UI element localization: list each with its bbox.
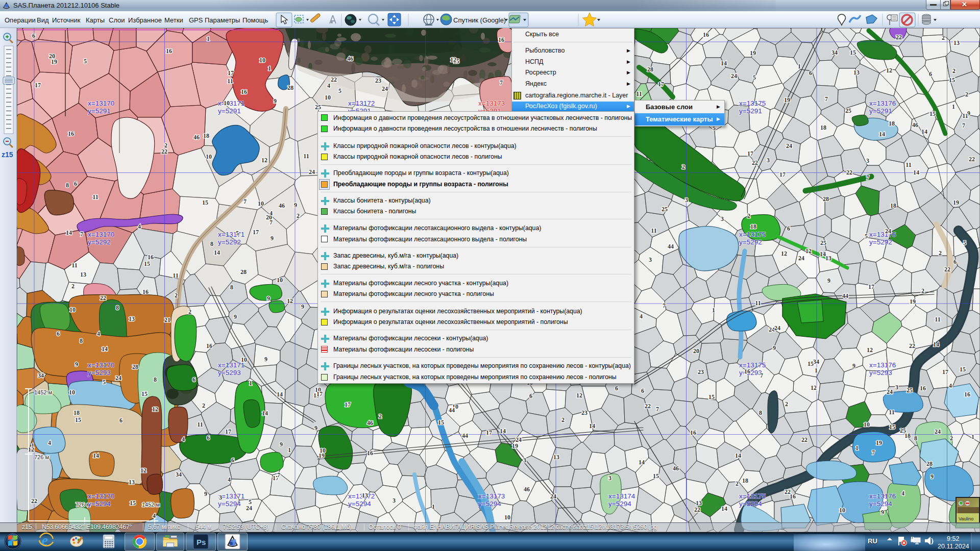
svg-text:22: 22: [944, 266, 950, 273]
svg-text:20: 20: [49, 53, 55, 60]
svg-text:2: 2: [379, 413, 382, 420]
svg-text:15: 15: [653, 472, 659, 480]
svg-text:y=5291: y=5291: [218, 107, 241, 115]
svg-text:9: 9: [773, 344, 776, 352]
svg-text:46: 46: [673, 465, 679, 472]
svg-text:16: 16: [148, 254, 154, 261]
svg-text:10: 10: [69, 306, 76, 313]
svg-text:28: 28: [926, 460, 933, 467]
svg-text:726 м: 726 м: [34, 454, 49, 460]
svg-text:11: 11: [755, 299, 761, 307]
svg-text:46: 46: [279, 202, 285, 209]
svg-text:16: 16: [241, 88, 247, 95]
svg-text:14: 14: [639, 459, 645, 466]
svg-text:10: 10: [259, 57, 265, 64]
svg-text:8: 8: [80, 337, 83, 344]
svg-text:15: 15: [438, 419, 444, 426]
svg-text:15: 15: [929, 110, 936, 117]
svg-text:5: 5: [753, 74, 756, 81]
svg-text:22: 22: [785, 488, 791, 495]
svg-text:1: 1: [288, 446, 291, 454]
svg-text:x=13176: x=13176: [869, 99, 896, 107]
svg-text:46: 46: [193, 134, 200, 141]
svg-text:12: 12: [886, 67, 892, 74]
svg-text:y=5294: y=5294: [348, 500, 371, 508]
svg-text:11: 11: [889, 409, 894, 416]
svg-text:11: 11: [92, 193, 98, 201]
svg-text:12: 12: [28, 446, 34, 453]
svg-text:x=13175: x=13175: [739, 231, 766, 238]
svg-text:8: 8: [759, 409, 762, 416]
svg-text:19: 19: [750, 49, 756, 57]
svg-text:23: 23: [375, 77, 381, 84]
svg-text:8: 8: [116, 304, 119, 311]
svg-text:18: 18: [750, 223, 756, 230]
svg-text:6: 6: [192, 376, 195, 383]
svg-text:14: 14: [921, 128, 927, 135]
svg-text:7: 7: [962, 122, 965, 129]
svg-text:16: 16: [690, 429, 696, 436]
svg-text:22: 22: [752, 159, 758, 166]
svg-text:2: 2: [561, 416, 565, 423]
svg-text:16: 16: [166, 47, 172, 55]
svg-text:4: 4: [327, 82, 330, 89]
svg-text:13: 13: [696, 499, 702, 507]
svg-text:Ps: Ps: [197, 538, 206, 546]
svg-text:22: 22: [100, 294, 106, 302]
svg-text:14: 14: [913, 169, 919, 176]
svg-text:22: 22: [331, 76, 337, 83]
svg-text:12: 12: [152, 406, 158, 413]
svg-text:13: 13: [362, 492, 368, 499]
svg-text:22: 22: [896, 34, 902, 41]
svg-text:y=5292: y=5292: [739, 238, 762, 246]
svg-text:44: 44: [842, 292, 848, 299]
svg-text:x=13171: x=13171: [218, 99, 244, 107]
svg-text:y=5293: y=5293: [739, 369, 762, 377]
svg-text:6: 6: [74, 180, 77, 187]
svg-text:3: 3: [523, 457, 526, 464]
svg-text:4: 4: [640, 313, 643, 320]
svg-text:12: 12: [140, 467, 146, 474]
svg-text:19: 19: [876, 439, 882, 446]
svg-text:7: 7: [872, 449, 875, 456]
svg-text:15: 15: [960, 366, 966, 373]
svg-text:16: 16: [703, 31, 709, 38]
svg-text:9: 9: [271, 235, 274, 242]
svg-text:15: 15: [75, 416, 81, 423]
svg-text:1: 1: [815, 367, 818, 374]
svg-text:24: 24: [885, 228, 891, 235]
svg-text:24: 24: [246, 505, 252, 512]
svg-text:22: 22: [31, 497, 37, 505]
svg-text:7: 7: [277, 471, 280, 479]
svg-text:6: 6: [529, 392, 532, 399]
svg-text:22: 22: [645, 403, 651, 410]
svg-text:12: 12: [261, 157, 267, 164]
svg-text:24: 24: [516, 436, 522, 443]
svg-text:3: 3: [721, 215, 724, 222]
svg-text:28: 28: [287, 84, 293, 91]
svg-text:4: 4: [97, 330, 100, 337]
svg-text:10: 10: [277, 277, 283, 284]
svg-text:2: 2: [939, 249, 942, 257]
svg-text:x=13173: x=13173: [478, 99, 505, 107]
svg-text:11: 11: [636, 90, 642, 97]
svg-text:1: 1: [712, 307, 715, 314]
svg-text:10: 10: [224, 99, 230, 107]
svg-text:25: 25: [845, 107, 851, 114]
svg-text:13: 13: [129, 479, 135, 486]
svg-text:16: 16: [206, 342, 212, 349]
svg-text:46: 46: [367, 419, 373, 427]
svg-text:12: 12: [811, 384, 817, 391]
svg-text:x=13173: x=13173: [478, 492, 505, 500]
svg-text:7: 7: [663, 302, 666, 309]
svg-text:x=13170: x=13170: [88, 99, 114, 107]
svg-text:24: 24: [550, 493, 556, 500]
svg-text:34: 34: [38, 372, 44, 379]
svg-text:19: 19: [512, 442, 518, 449]
svg-text:2: 2: [950, 435, 953, 442]
svg-text:17: 17: [486, 429, 492, 436]
svg-text:14: 14: [277, 391, 283, 398]
svg-text:9: 9: [294, 202, 297, 209]
svg-text:9: 9: [75, 361, 78, 368]
svg-text:14: 14: [102, 345, 108, 353]
